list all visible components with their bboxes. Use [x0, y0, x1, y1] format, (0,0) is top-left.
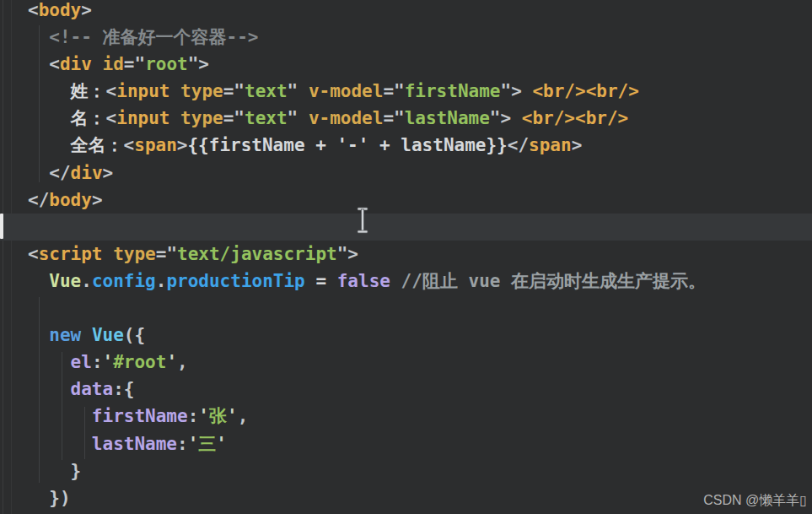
- csdn-watermark: CSDN @懒羊羊▯: [703, 492, 807, 510]
- code-token: >: [81, 0, 92, 20]
- code-token: new: [49, 325, 81, 345]
- code-line: <div id="root">: [0, 51, 812, 78]
- code-token: .: [81, 271, 92, 291]
- code-token: [28, 379, 71, 399]
- code-token: productionTip: [166, 271, 304, 291]
- code-token: body: [49, 190, 92, 210]
- code-token: [522, 81, 533, 101]
- code-token: >: [177, 135, 188, 155]
- code-token: lastName: [92, 434, 177, 454]
- code-token: 名：: [71, 108, 106, 128]
- code-line: Vue.config.productionTip = false //阻止 vu…: [0, 268, 812, 295]
- code-token: //阻止 vue 在启动时生成生产提示。: [401, 271, 707, 291]
- code-token: [298, 81, 309, 101]
- code-token: ': [216, 434, 227, 454]
- code-token: :{: [113, 379, 134, 399]
- code-token: }): [49, 488, 70, 508]
- code-token: >: [572, 135, 583, 155]
- code-token: [28, 108, 71, 128]
- code-token: ': [198, 406, 209, 426]
- code-token: data: [71, 379, 114, 399]
- code-token: Vue: [92, 325, 124, 345]
- code-token: [28, 135, 71, 155]
- code-token: =": [223, 108, 245, 128]
- code-token: </: [49, 163, 70, 183]
- code-token: root: [145, 54, 188, 74]
- code-token: >: [103, 163, 114, 183]
- code-token: :: [188, 406, 199, 426]
- code-token: text: [245, 81, 288, 101]
- code-line: }): [0, 484, 812, 511]
- code-editor[interactable]: <body> <!-- 准备好一个容器--> <div id="root"> 姓…: [0, 0, 812, 514]
- code-token: =": [223, 81, 245, 101]
- code-token: <: [106, 81, 117, 101]
- code-token: <br/><br/>: [522, 108, 628, 128]
- code-token: [28, 406, 92, 426]
- code-token: :: [92, 352, 103, 372]
- code-token: div: [60, 54, 92, 74]
- code-area: <body> <!-- 准备好一个容器--> <div id="root"> 姓…: [0, 0, 812, 511]
- code-token: <: [124, 135, 135, 155]
- code-token: [92, 54, 103, 74]
- code-token: <: [28, 244, 39, 264]
- code-token: ">: [188, 54, 209, 74]
- code-token: </: [508, 135, 529, 155]
- code-line: <body>: [0, 0, 812, 24]
- code-token: input: [116, 81, 169, 101]
- code-token: =": [156, 244, 177, 264]
- code-token: firstName: [405, 81, 501, 101]
- code-token: [28, 461, 71, 481]
- indent-guide: [39, 297, 40, 483]
- code-token: >: [92, 190, 103, 210]
- code-token: </: [28, 190, 49, 210]
- code-token: input: [116, 108, 169, 128]
- code-token: 张: [209, 406, 227, 426]
- code-token: <!-- 准备好一个容器-->: [49, 27, 258, 47]
- code-token: =": [383, 108, 404, 128]
- code-token: <: [49, 54, 60, 74]
- code-token: [28, 271, 49, 291]
- code-token: [511, 108, 522, 128]
- code-token: [298, 108, 309, 128]
- code-line: [0, 295, 812, 322]
- code-token: <br/><br/>: [532, 81, 638, 101]
- code-token: ,: [177, 352, 188, 372]
- code-token: [28, 434, 92, 454]
- code-token: }: [71, 461, 82, 481]
- code-token: #root: [113, 352, 166, 372]
- code-token: [28, 352, 71, 372]
- code-line: firstName:'张',: [0, 403, 812, 430]
- mouse-ibeam-cursor: [355, 207, 370, 234]
- code-token: type: [180, 108, 223, 128]
- code-token: id: [103, 54, 124, 74]
- code-line: 姓：<input type="text" v-model="firstName"…: [0, 78, 812, 105]
- code-line: el:'#root',: [0, 349, 812, 376]
- code-token: v-model: [309, 108, 384, 128]
- code-token: type: [113, 244, 156, 264]
- code-token: type: [180, 81, 223, 101]
- code-line: new Vue({: [0, 322, 812, 349]
- indent-guide: [62, 352, 62, 460]
- code-token: ": [288, 108, 298, 128]
- code-token: text: [245, 108, 288, 128]
- code-token: 全名：: [71, 135, 124, 155]
- indent-guide: [39, 25, 40, 182]
- code-token: ': [166, 352, 177, 372]
- code-token: script: [39, 244, 103, 264]
- code-line: </div>: [0, 160, 812, 187]
- code-token: firstName: [92, 406, 188, 426]
- code-token: [169, 81, 180, 101]
- code-token: body: [39, 0, 82, 20]
- code-token: {{firstName + '-' + lastName}}: [187, 135, 507, 155]
- code-token: ': [227, 406, 238, 426]
- code-token: Vue: [49, 271, 81, 291]
- code-token: [103, 244, 114, 264]
- code-token: =": [383, 81, 404, 101]
- code-token: [28, 488, 49, 508]
- code-token: config: [92, 271, 156, 291]
- code-line: 全名：<span>{{firstName + '-' + lastName}}<…: [0, 132, 812, 159]
- code-token: =": [124, 54, 145, 74]
- code-line: data:{: [0, 376, 812, 403]
- code-token: 三: [198, 434, 216, 454]
- code-token: div: [71, 163, 103, 183]
